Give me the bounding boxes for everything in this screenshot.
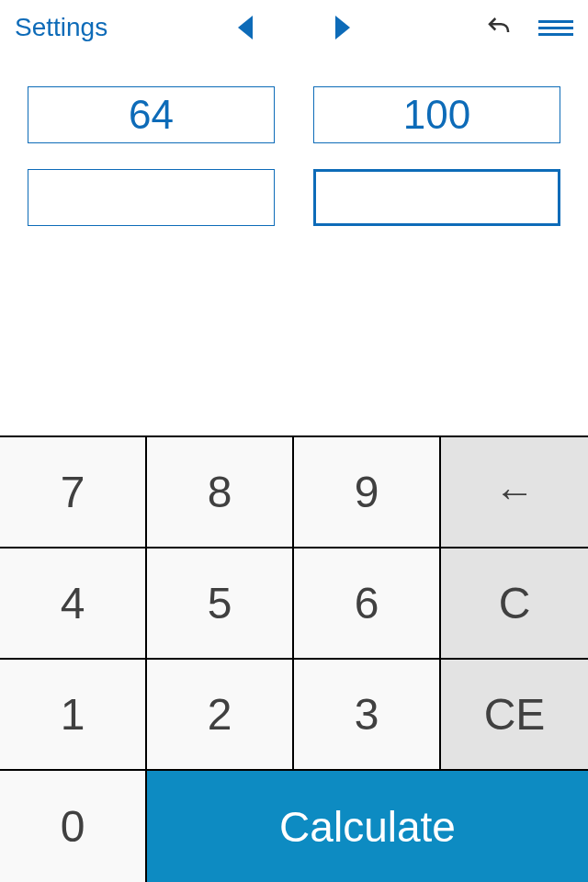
key-backspace[interactable]: ←: [441, 437, 588, 548]
key-clear-entry[interactable]: CE: [441, 660, 588, 771]
key-1[interactable]: 1: [0, 660, 147, 771]
key-5[interactable]: 5: [147, 548, 294, 660]
key-9[interactable]: 9: [294, 437, 441, 548]
menu-icon[interactable]: [538, 20, 573, 36]
prev-arrow-icon[interactable]: [238, 16, 253, 40]
key-2[interactable]: 2: [147, 660, 294, 771]
keypad: 7 8 9 ← 4 5 6 C 1 2 3 CE 0 Calculate: [0, 435, 588, 882]
key-4[interactable]: 4: [0, 548, 147, 660]
key-8[interactable]: 8: [147, 437, 294, 548]
key-calculate[interactable]: Calculate: [147, 771, 588, 882]
next-arrow-icon[interactable]: [335, 16, 350, 40]
undo-icon[interactable]: [485, 14, 513, 41]
input-bottom-right[interactable]: [313, 169, 560, 226]
key-3[interactable]: 3: [294, 660, 441, 771]
key-0[interactable]: 0: [0, 771, 147, 882]
input-top-right[interactable]: 100: [313, 86, 560, 143]
key-clear[interactable]: C: [441, 548, 588, 660]
input-bottom-left[interactable]: [28, 169, 275, 226]
input-top-left[interactable]: 64: [28, 86, 275, 143]
settings-link[interactable]: Settings: [15, 13, 107, 42]
key-7[interactable]: 7: [0, 437, 147, 548]
key-6[interactable]: 6: [294, 548, 441, 660]
